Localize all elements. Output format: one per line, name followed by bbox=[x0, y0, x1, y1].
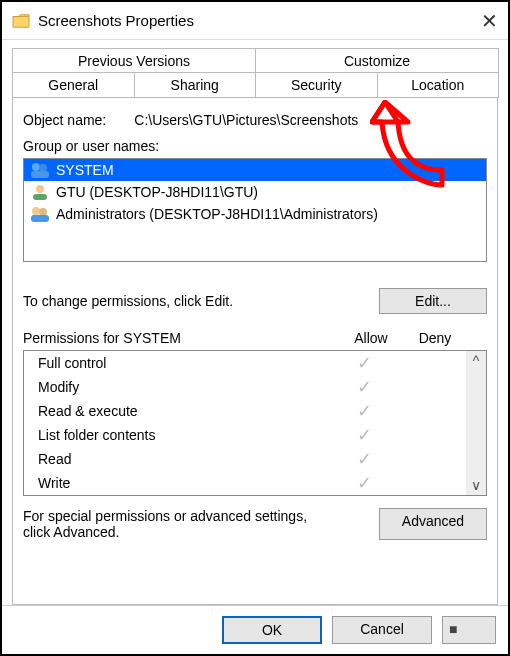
user-icon bbox=[30, 183, 50, 201]
list-item-label: GTU (DESKTOP-J8HDI11\GTU) bbox=[56, 184, 258, 200]
dialog-buttons: OK Cancel ■ bbox=[2, 605, 508, 654]
group-label: Group or user names: bbox=[23, 138, 487, 154]
cancel-button[interactable]: Cancel bbox=[332, 616, 432, 644]
tab-location[interactable]: Location bbox=[377, 72, 500, 98]
tab-previous-versions[interactable]: Previous Versions bbox=[12, 48, 256, 73]
tab-security[interactable]: Security bbox=[255, 72, 378, 98]
check-icon: ✓ bbox=[332, 356, 396, 370]
folder-icon bbox=[12, 13, 30, 29]
check-icon: ✓ bbox=[332, 404, 396, 418]
object-name-value: C:\Users\GTU\Pictures\Screenshots bbox=[134, 112, 358, 128]
advanced-hint: For special permissions or advanced sett… bbox=[23, 508, 379, 540]
svg-point-6 bbox=[39, 208, 47, 216]
permissions-list: Full control ✓ Modify ✓ Read & execute ✓… bbox=[23, 350, 487, 496]
check-icon: ✓ bbox=[332, 452, 396, 466]
list-item-label: Administrators (DESKTOP-J8HDI11\Administ… bbox=[56, 206, 378, 222]
perm-row: Read ✓ bbox=[24, 447, 466, 471]
close-icon[interactable]: ✕ bbox=[480, 12, 498, 30]
svg-rect-2 bbox=[31, 171, 49, 178]
perm-label: Modify bbox=[30, 379, 332, 395]
check-icon: ✓ bbox=[332, 380, 396, 394]
svg-rect-4 bbox=[33, 194, 47, 200]
perm-label: Full control bbox=[30, 355, 332, 371]
perm-row: Write ✓ bbox=[24, 471, 466, 495]
edit-hint: To change permissions, click Edit. bbox=[23, 293, 379, 309]
list-item[interactable]: GTU (DESKTOP-J8HDI11\GTU) bbox=[24, 181, 486, 203]
list-item-label: SYSTEM bbox=[56, 162, 114, 178]
ok-button[interactable]: OK bbox=[222, 616, 322, 644]
perm-label: Read & execute bbox=[30, 403, 332, 419]
advanced-button[interactable]: Advanced bbox=[379, 508, 487, 540]
users-icon bbox=[30, 205, 50, 223]
perm-label: Read bbox=[30, 451, 332, 467]
svg-point-3 bbox=[36, 185, 44, 193]
svg-point-0 bbox=[32, 163, 40, 171]
group-list[interactable]: SYSTEM GTU (DESKTOP-J8HDI11\GTU) Adminis… bbox=[23, 158, 487, 262]
check-icon: ✓ bbox=[332, 428, 396, 442]
scrollbar[interactable]: ^ ∨ bbox=[466, 351, 486, 495]
permissions-header: Permissions for SYSTEM bbox=[23, 330, 339, 346]
tabs: Previous Versions Customize General Shar… bbox=[12, 48, 498, 98]
chevron-down-icon[interactable]: ∨ bbox=[466, 475, 486, 495]
tab-sharing[interactable]: Sharing bbox=[134, 72, 257, 98]
security-panel: Object name: C:\Users\GTU\Pictures\Scree… bbox=[12, 98, 498, 605]
perm-row: Read & execute ✓ bbox=[24, 399, 466, 423]
properties-dialog: Screenshots Properties ✕ Previous Versio… bbox=[0, 0, 510, 656]
edit-button[interactable]: Edit... bbox=[379, 288, 487, 314]
svg-rect-7 bbox=[31, 215, 49, 222]
check-icon: ✓ bbox=[332, 476, 396, 490]
apply-button[interactable]: ■ bbox=[442, 616, 496, 644]
perm-label: Write bbox=[30, 475, 332, 491]
object-name-label: Object name: bbox=[23, 112, 106, 128]
allow-header: Allow bbox=[339, 330, 403, 346]
perm-row: Full control ✓ bbox=[24, 351, 466, 375]
list-item[interactable]: SYSTEM bbox=[24, 159, 486, 181]
window-title: Screenshots Properties bbox=[38, 12, 480, 29]
svg-point-1 bbox=[39, 164, 47, 172]
chevron-up-icon[interactable]: ^ bbox=[466, 351, 486, 371]
deny-header: Deny bbox=[403, 330, 467, 346]
perm-row: List folder contents ✓ bbox=[24, 423, 466, 447]
list-item[interactable]: Administrators (DESKTOP-J8HDI11\Administ… bbox=[24, 203, 486, 225]
tab-general[interactable]: General bbox=[12, 72, 135, 98]
perm-row: Modify ✓ bbox=[24, 375, 466, 399]
titlebar: Screenshots Properties ✕ bbox=[2, 2, 508, 40]
svg-point-5 bbox=[32, 207, 40, 215]
users-icon bbox=[30, 161, 50, 179]
perm-label: List folder contents bbox=[30, 427, 332, 443]
tab-customize[interactable]: Customize bbox=[255, 48, 499, 73]
